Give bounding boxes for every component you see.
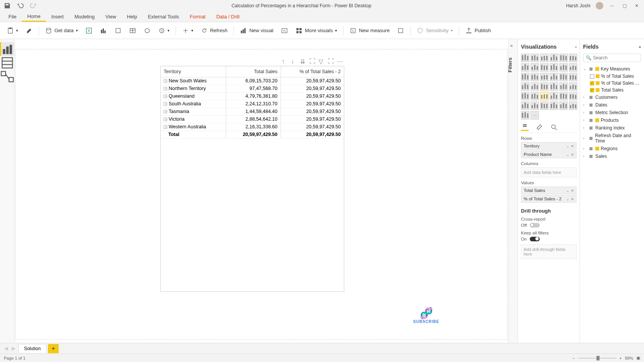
remove-icon[interactable]: ✕ bbox=[571, 188, 574, 193]
field-chip[interactable]: % of Total Sales - 2⌄✕ bbox=[521, 195, 577, 203]
minimize-icon[interactable]: ─ bbox=[609, 2, 616, 9]
expand-icon[interactable]: + bbox=[164, 87, 167, 90]
viz-type-icon[interactable] bbox=[559, 82, 568, 91]
zoom-out-button[interactable]: − bbox=[572, 356, 575, 360]
table-node[interactable]: ›▦Ranking Index bbox=[583, 124, 641, 132]
viz-type-icon[interactable] bbox=[569, 63, 577, 72]
viz-type-icon[interactable] bbox=[540, 63, 549, 72]
expand-icon[interactable]: + bbox=[164, 95, 167, 98]
expand-filters-icon[interactable]: « bbox=[510, 43, 513, 48]
viz-type-icon[interactable] bbox=[531, 92, 539, 100]
table-node[interactable]: ›▦Metric Selection bbox=[583, 109, 641, 116]
dataverse-button[interactable] bbox=[141, 26, 154, 36]
table-node[interactable]: ›▦Refresh Date and Time bbox=[583, 132, 641, 145]
viz-type-icon[interactable] bbox=[531, 73, 539, 81]
viz-type-icon[interactable] bbox=[569, 92, 577, 100]
chevron-down-icon[interactable]: ⌄ bbox=[566, 144, 569, 148]
viz-type-icon[interactable] bbox=[569, 73, 577, 81]
format-painter-button[interactable] bbox=[23, 26, 36, 36]
zoom-in-button[interactable]: + bbox=[619, 356, 622, 360]
search-input[interactable] bbox=[593, 55, 638, 61]
remove-icon[interactable]: ✕ bbox=[571, 197, 574, 201]
paste-button[interactable]: ▾ bbox=[4, 26, 21, 36]
viz-type-icon[interactable] bbox=[531, 63, 539, 72]
data-view-button[interactable] bbox=[0, 56, 15, 70]
close-icon[interactable]: ✕ bbox=[633, 2, 640, 9]
quick-measure-button[interactable] bbox=[394, 26, 407, 36]
menu-home[interactable]: Home bbox=[22, 11, 46, 22]
collapse-viz-icon[interactable]: › bbox=[575, 45, 577, 49]
viz-type-icon[interactable] bbox=[550, 92, 558, 100]
viz-type-icon[interactable] bbox=[521, 82, 529, 91]
table-row[interactable]: +South Australia2,24,12,310.7020,59,97,4… bbox=[161, 100, 344, 108]
matrix-header-pct[interactable]: % of Total Sales - 2 bbox=[281, 66, 344, 77]
field-chip[interactable]: Total Sales⌄✕ bbox=[521, 187, 577, 194]
save-icon[interactable] bbox=[4, 2, 11, 9]
menu-external[interactable]: External Tools bbox=[143, 11, 184, 22]
filter-icon[interactable]: ▽ bbox=[319, 58, 325, 64]
excel-button[interactable]: X bbox=[82, 26, 95, 36]
prev-page-button[interactable]: ◄ bbox=[3, 345, 9, 352]
field-chip[interactable]: Territory⌄✕ bbox=[521, 142, 577, 150]
menu-help[interactable]: Help bbox=[122, 11, 143, 22]
viz-type-icon[interactable] bbox=[540, 54, 549, 62]
matrix-visual[interactable]: ↑ ↓ ⇊ ⛶ ▽ ⛶ ⋯ Territory Total Sales % of… bbox=[160, 66, 344, 292]
drill-up-icon[interactable]: ↑ bbox=[282, 58, 288, 64]
username[interactable]: Harsh Joshi bbox=[566, 3, 590, 8]
viz-type-icon[interactable] bbox=[521, 92, 529, 100]
sql-button[interactable] bbox=[112, 26, 125, 36]
avatar[interactable] bbox=[596, 2, 603, 10]
table-node[interactable]: ›▦Sales bbox=[583, 152, 641, 160]
field-checkbox[interactable] bbox=[590, 74, 594, 79]
viz-type-icon[interactable] bbox=[550, 102, 558, 110]
viz-type-icon[interactable] bbox=[559, 73, 568, 81]
viz-type-icon[interactable] bbox=[531, 102, 539, 110]
field-checkbox[interactable] bbox=[590, 81, 594, 85]
page-tab-solution[interactable]: Solution bbox=[18, 344, 46, 353]
values-well[interactable]: Total Sales⌄✕% of Total Sales - 2⌄✕ bbox=[521, 187, 577, 203]
field-node[interactable]: Total Sales bbox=[583, 87, 641, 93]
rows-well[interactable]: Territory⌄✕Product Name⌄✕ bbox=[521, 142, 577, 158]
more-options-icon[interactable]: ⋯ bbox=[337, 58, 343, 64]
table-node[interactable]: ›▦Regions bbox=[583, 145, 641, 152]
viz-type-icon[interactable]: ⋯ bbox=[531, 111, 539, 120]
field-node[interactable]: % of Total Sales ... bbox=[583, 80, 641, 87]
table-node[interactable]: ›▦Customers bbox=[583, 93, 641, 101]
keep-filters-toggle[interactable] bbox=[530, 237, 540, 241]
viz-type-icon[interactable] bbox=[550, 63, 558, 72]
menu-data-drill[interactable]: Data / Drill bbox=[211, 11, 245, 22]
drill-down-icon[interactable]: ↓ bbox=[291, 58, 297, 64]
viz-type-icon[interactable] bbox=[559, 92, 568, 100]
maximize-icon[interactable]: ▢ bbox=[621, 2, 628, 9]
viz-type-icon[interactable] bbox=[521, 111, 529, 120]
field-chip[interactable]: Product Name⌄✕ bbox=[521, 151, 577, 158]
transform-button[interactable]: ▾ bbox=[179, 26, 196, 36]
viz-type-icon[interactable] bbox=[559, 54, 568, 62]
menu-file[interactable]: File bbox=[3, 11, 22, 22]
fields-search[interactable]: 🔍 bbox=[583, 54, 641, 62]
viz-type-icon[interactable] bbox=[569, 82, 577, 91]
fields-tab[interactable] bbox=[521, 123, 529, 131]
expand-icon[interactable]: + bbox=[164, 102, 167, 106]
cross-report-toggle[interactable] bbox=[530, 223, 540, 228]
format-tab[interactable] bbox=[536, 123, 543, 131]
matrix-header-sales[interactable]: Total Sales bbox=[226, 66, 281, 77]
menu-format[interactable]: Format bbox=[184, 11, 211, 22]
viz-type-icon[interactable] bbox=[550, 73, 558, 81]
viz-type-icon[interactable] bbox=[531, 82, 539, 91]
menu-modeling[interactable]: Modeling bbox=[69, 11, 100, 22]
fit-page-button[interactable]: ▣ bbox=[636, 355, 640, 360]
viz-type-icon[interactable] bbox=[540, 92, 549, 100]
chevron-down-icon[interactable]: ⌄ bbox=[566, 152, 569, 157]
table-node[interactable]: ›▦Dates bbox=[583, 101, 641, 109]
viz-type-icon[interactable] bbox=[559, 63, 568, 72]
table-row[interactable]: +Tasmania1,44,59,484.4020,59,97,429.50 bbox=[161, 108, 344, 115]
field-node[interactable]: % of Total Sales bbox=[583, 73, 641, 80]
field-checkbox[interactable] bbox=[590, 88, 594, 92]
columns-well[interactable]: Add data fields here bbox=[521, 167, 577, 177]
matrix-header-territory[interactable]: Territory bbox=[161, 66, 226, 77]
expand-icon[interactable]: + bbox=[164, 110, 167, 113]
add-page-button[interactable]: + bbox=[48, 344, 59, 353]
viz-type-icon[interactable] bbox=[569, 54, 577, 62]
table-row[interactable]: +Queensland4,79,76,381.8020,59,97,429.50 bbox=[161, 92, 344, 100]
